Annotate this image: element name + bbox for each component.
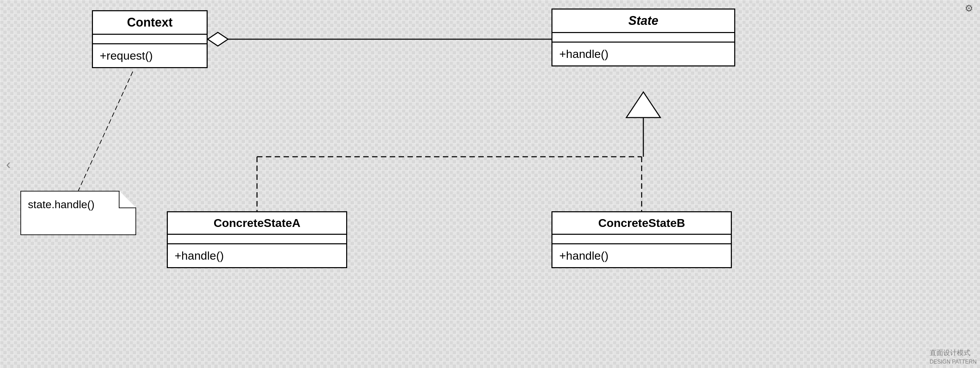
collapse-chevron[interactable]: ‹ [6, 157, 11, 172]
state-class: State +handle() [552, 8, 735, 66]
svg-marker-1 [208, 32, 228, 46]
diagram-container: Context +request() State +handle() Concr… [0, 0, 980, 368]
concrete-state-a-class: ConcreteStateA +handle() [167, 211, 347, 268]
concrete-state-a-name: ConcreteStateA [168, 212, 346, 235]
note-box: state.handle() [21, 191, 136, 235]
context-class-methods: +request() [93, 44, 207, 67]
note-text: state.handle() [28, 198, 95, 211]
svg-line-7 [78, 72, 133, 191]
concrete-state-b-class: ConcreteStateB +handle() [552, 211, 732, 268]
state-class-methods: +handle() [552, 43, 734, 66]
concrete-state-b-methods: +handle() [552, 244, 731, 267]
context-class-name: Context [93, 11, 207, 35]
gear-icon[interactable]: ⚙ [965, 3, 973, 14]
state-class-name: State [552, 10, 734, 33]
svg-marker-2 [626, 92, 660, 118]
concrete-state-b-name: ConcreteStateB [552, 212, 731, 235]
watermark: 直面设计模式 DESIGN PATTERN [930, 348, 977, 365]
context-class: Context +request() [92, 10, 208, 68]
concrete-state-a-methods: +handle() [168, 244, 346, 267]
